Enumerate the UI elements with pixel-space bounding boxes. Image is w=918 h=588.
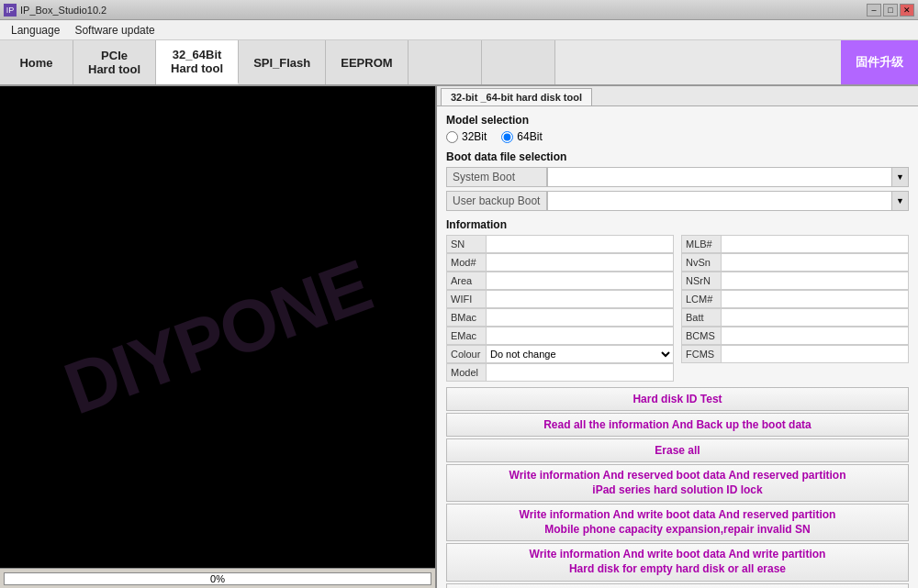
tool-tab-header: 32-bit _64-bit hard disk tool — [437, 86, 918, 106]
model-input[interactable] — [487, 363, 674, 382]
nvsn-label: NvSn — [681, 253, 722, 272]
emac-row: EMac — [446, 327, 674, 345]
write-info-empty-button[interactable]: Write information And write boot data An… — [446, 543, 909, 581]
boot-data-section: Boot data file selection System Boot ▼ U… — [446, 150, 909, 211]
system-boot-label: System Boot — [446, 167, 547, 187]
action-buttons: Hard disk ID Test Read all the informati… — [446, 387, 909, 588]
navtabs: Home PCIe Hard tool 32_64Bit Hard tool S… — [0, 40, 918, 86]
fcms-row: FCMS — [681, 345, 909, 363]
fcms-input[interactable] — [722, 345, 909, 363]
mlb-row: MLB# — [681, 235, 909, 253]
window-controls: – □ ✕ — [867, 4, 914, 17]
wifi-label: WIFI — [446, 290, 487, 308]
system-boot-dropdown[interactable]: ▼ — [892, 167, 909, 187]
bcms-input[interactable] — [722, 327, 909, 345]
menubar: Language Software update — [0, 20, 918, 40]
write-info-reserved-mobile-button[interactable]: Write information And write boot data An… — [446, 504, 909, 541]
user-backup-boot-input[interactable] — [547, 191, 892, 211]
erase-all-button[interactable]: Erase all — [446, 438, 909, 462]
menu-software-update[interactable]: Software update — [67, 22, 162, 39]
progress-bar-area: 0% — [0, 568, 435, 588]
bmac-input[interactable] — [487, 308, 674, 327]
watermark: DIYPONE — [54, 243, 382, 431]
left-fields: SN Mod# Area WIFI — [446, 235, 674, 382]
left-canvas-panel: DIYPONE 0% — [0, 86, 437, 588]
close-button[interactable]: ✕ — [900, 4, 914, 17]
bcms-row: BCMS — [681, 327, 909, 345]
fcms-label: FCMS — [681, 345, 722, 363]
mlb-label: MLB# — [681, 235, 722, 253]
wifi-input[interactable] — [487, 290, 674, 308]
tab-home[interactable]: Home — [0, 40, 73, 84]
batt-input[interactable] — [722, 308, 909, 327]
area-row: Area — [446, 272, 674, 290]
nvsn-row: NvSn — [681, 253, 909, 272]
maximize-button[interactable]: □ — [883, 4, 898, 17]
write-info-reserved-ipad-button[interactable]: Write information And reserved boot data… — [446, 464, 909, 502]
app-icon: IP — [4, 4, 17, 17]
radio-32bit[interactable] — [446, 131, 458, 143]
colour-select[interactable]: Do not change Black White Silver Gold Ro… — [487, 345, 674, 363]
progress-label: 0% — [5, 573, 431, 584]
progress-bar-outer: 0% — [4, 572, 431, 585]
model-selection-label: Model selection — [446, 114, 909, 127]
lcm-label: LCM# — [681, 290, 722, 308]
mod-row: Mod# — [446, 253, 674, 272]
boot-data-label: Boot data file selection — [446, 150, 909, 163]
tab-eeprom[interactable]: EEPROM — [326, 40, 408, 84]
system-boot-input[interactable] — [547, 167, 892, 187]
information-section: Information SN Mod# Area — [446, 218, 909, 382]
nvsn-input[interactable] — [722, 253, 909, 272]
read-all-backup-button[interactable]: Read all the information And Back up the… — [446, 413, 909, 437]
app-title: IP IP_Box_Studio10.2 — [4, 4, 106, 17]
wifi-row: WIFI — [446, 290, 674, 308]
model-field-label: Model — [446, 363, 487, 382]
titlebar: IP IP_Box_Studio10.2 – □ ✕ — [0, 0, 918, 20]
tab-empty2[interactable] — [482, 40, 555, 84]
model-row: Model — [446, 363, 674, 382]
colour-row: Colour Do not change Black White Silver … — [446, 345, 674, 363]
menu-language[interactable]: Language — [4, 22, 67, 39]
tab-spi-flash[interactable]: SPI_Flash — [239, 40, 326, 84]
user-backup-boot-label: User backup Boot — [446, 191, 547, 211]
emac-input[interactable] — [487, 327, 674, 345]
system-boot-row: System Boot ▼ — [446, 167, 909, 187]
tool-tab-32-64bit[interactable]: 32-bit _64-bit hard disk tool — [441, 88, 592, 105]
information-grid: SN Mod# Area WIFI — [446, 235, 909, 382]
area-label: Area — [446, 272, 487, 290]
stop-button[interactable]: Stop — [446, 583, 909, 588]
radio-64bit[interactable] — [501, 131, 513, 143]
mod-label: Mod# — [446, 253, 487, 272]
emac-label: EMac — [446, 327, 487, 345]
right-content: Model selection 32Bit 64Bit Boot data fi… — [437, 106, 918, 588]
radio-64bit-label[interactable]: 64Bit — [501, 130, 542, 143]
radio-64bit-text: 64Bit — [517, 130, 542, 143]
tab-empty1[interactable] — [409, 40, 482, 84]
lcm-row: LCM# — [681, 290, 909, 308]
area-input[interactable] — [487, 272, 674, 290]
minimize-button[interactable]: – — [867, 4, 881, 17]
sn-row: SN — [446, 235, 674, 253]
tab-firmware-upgrade[interactable]: 固件升级 — [841, 40, 918, 84]
nsrn-input[interactable] — [722, 272, 909, 290]
sn-input[interactable] — [487, 235, 674, 253]
tab-pcie-hard-tool[interactable]: PCIe Hard tool — [73, 40, 156, 84]
user-backup-boot-dropdown[interactable]: ▼ — [892, 191, 909, 211]
bmac-row: BMac — [446, 308, 674, 327]
mlb-input[interactable] — [722, 235, 909, 253]
batt-label: Batt — [681, 308, 722, 327]
lcm-input[interactable] — [722, 290, 909, 308]
user-backup-boot-row: User backup Boot ▼ — [446, 191, 909, 211]
hard-disk-id-test-button[interactable]: Hard disk ID Test — [446, 387, 909, 411]
right-fields: MLB# NvSn NSrN LCM# — [681, 235, 909, 382]
right-panel: 32-bit _64-bit hard disk tool Model sele… — [437, 86, 918, 588]
radio-32bit-label[interactable]: 32Bit — [446, 130, 487, 143]
batt-row: Batt — [681, 308, 909, 327]
bmac-label: BMac — [446, 308, 487, 327]
information-label: Information — [446, 218, 909, 231]
nsrn-label: NSrN — [681, 272, 722, 290]
model-radio-group: 32Bit 64Bit — [446, 130, 909, 143]
mod-input[interactable] — [487, 253, 674, 272]
tab-32-64bit-hard-tool[interactable]: 32_64Bit Hard tool — [156, 40, 239, 84]
model-selection-section: Model selection 32Bit 64Bit — [446, 114, 909, 143]
